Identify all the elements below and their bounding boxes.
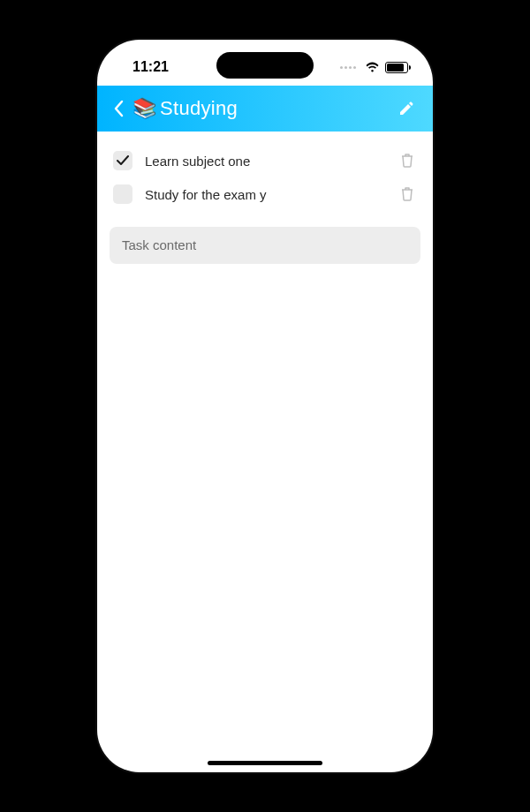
task-checkbox[interactable] xyxy=(113,184,132,204)
wifi-icon xyxy=(365,62,380,73)
pencil-icon xyxy=(398,101,414,117)
task-list: Learn subject one Study for the exam y xyxy=(97,132,433,220)
trash-icon xyxy=(401,154,413,168)
cellular-dots-icon xyxy=(340,66,356,69)
status-icons xyxy=(340,62,408,73)
battery-icon xyxy=(385,62,408,73)
status-time: 11:21 xyxy=(132,59,169,75)
phone-frame: 11:21 📚 Studying Learn s xyxy=(97,40,433,772)
trash-icon xyxy=(401,187,413,201)
task-row: Study for the exam y xyxy=(110,177,420,211)
back-button[interactable] xyxy=(106,100,131,117)
checkmark-icon xyxy=(117,155,129,166)
delete-task-button[interactable] xyxy=(398,151,417,170)
page-title: Studying xyxy=(160,97,238,120)
task-row: Learn subject one xyxy=(110,144,420,177)
delete-task-button[interactable] xyxy=(398,184,417,204)
edit-button[interactable] xyxy=(394,96,419,121)
task-label: Study for the exam y xyxy=(145,187,385,202)
task-label: Learn subject one xyxy=(145,154,385,169)
device-notch xyxy=(216,52,314,79)
task-checkbox[interactable] xyxy=(113,151,132,170)
chevron-left-icon xyxy=(113,100,124,117)
task-content-input[interactable] xyxy=(122,237,408,252)
new-task-container[interactable] xyxy=(110,227,420,264)
home-indicator[interactable] xyxy=(208,761,322,765)
app-header: 📚 Studying xyxy=(97,86,433,132)
books-icon: 📚 xyxy=(132,97,156,120)
